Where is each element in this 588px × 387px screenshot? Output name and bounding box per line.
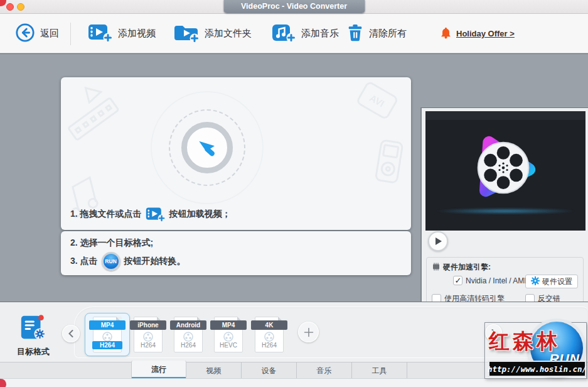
add-music-button[interactable]: 添加音乐 (271, 14, 339, 53)
plus-icon (304, 327, 314, 337)
format-card-iphone-h264[interactable]: iPhone H264 (129, 317, 167, 352)
videoproc-window: VideoProc - Video Converter 返回 (0, 0, 588, 387)
format-container-badge: MP4 (210, 320, 247, 330)
clear-all-button[interactable]: 清除所有 (346, 14, 407, 53)
play-preview-button[interactable] (428, 231, 448, 251)
format-card-mp4-h264[interactable]: MP4 H264 (88, 317, 126, 352)
format-container-badge: 4K (251, 320, 287, 330)
add-video-mini-icon (146, 206, 166, 222)
format-codec-badge: H264 (136, 342, 161, 349)
film-reel-icon (142, 332, 154, 342)
tab-music[interactable]: 音乐 (297, 362, 352, 379)
close-window-button[interactable] (6, 3, 14, 11)
drop-target-circle[interactable] (151, 91, 264, 204)
watermark-corner-mark-top (0, 0, 6, 6)
back-label: 返回 (40, 28, 59, 40)
avi-decor-label: AVI (368, 92, 386, 109)
drop-zone-card: AVI (61, 77, 411, 230)
target-format-button[interactable]: 目标格式 (10, 312, 56, 357)
gpu-checkbox[interactable] (453, 276, 462, 285)
window-title: VideoProc - Video Converter (223, 0, 365, 13)
hardware-settings-button[interactable]: 硬件设置 (525, 275, 578, 288)
format-container-badge: Android (170, 320, 206, 330)
step1-instruction: 1. 拖拽文件或点击 按钮加载视频； (70, 206, 231, 222)
minimize-window-button[interactable] (17, 3, 24, 11)
main-stage: AVI (0, 53, 588, 302)
titlebar: VideoProc - Video Converter (0, 0, 588, 14)
gpu-label: Nvidia / Intel / AMD (466, 276, 530, 285)
tab-label: 视频 (206, 366, 222, 376)
tab-popular[interactable]: 流行 (131, 361, 186, 379)
tab-tools[interactable]: 工具 (352, 362, 407, 379)
format-card-android-h264[interactable]: Android H264 (169, 317, 207, 352)
tab-label: 设备 (262, 366, 277, 376)
format-codec-badge: HEVC (216, 342, 241, 349)
gear-icon (531, 276, 540, 287)
add-video-label: 添加视频 (118, 28, 156, 40)
film-reel-icon (263, 332, 275, 342)
tab-label: 流行 (151, 364, 166, 375)
format-container-badge: iPhone (130, 320, 166, 330)
toolbar-divider (70, 23, 71, 45)
toolbar: 返回 添加视频 (0, 14, 588, 53)
step2-instruction: 2. 选择一个目标格式; (70, 237, 153, 249)
step1-suffix: 按钮加载视频； (169, 209, 231, 220)
film-reel-icon (222, 332, 235, 342)
file-icon: Android H264 (174, 317, 203, 352)
gpu-option: Nvidia / Intel / AMD (453, 276, 530, 285)
add-video-button[interactable]: 添加视频 (88, 14, 156, 53)
video-preview (425, 111, 585, 231)
format-codec-badge: H264 (92, 341, 122, 349)
format-container-badge: MP4 (89, 320, 126, 330)
videoproc-logo (465, 129, 545, 208)
step3-prefix: 3. 点击 (70, 256, 98, 267)
add-music-label: 添加音乐 (301, 28, 339, 40)
bell-icon (441, 26, 451, 41)
add-folder-button[interactable]: 添加文件夹 (173, 14, 252, 53)
preview-top-strip (425, 111, 585, 120)
chip-icon (431, 263, 441, 273)
target-format-icon (19, 312, 48, 341)
run-mini-button-icon: RUN (102, 252, 120, 271)
scroll-formats-left-button[interactable] (62, 325, 80, 342)
step3-instruction: 3. 点击 RUN 按钮开始转换。 (70, 252, 186, 271)
holiday-offer-link[interactable]: Holiday Offer > (441, 14, 515, 53)
add-folder-icon (173, 23, 200, 45)
tab-video[interactable]: 视频 (186, 362, 242, 379)
step1-prefix: 1. 拖拽文件或点击 (70, 209, 142, 220)
format-card-mp4-hevc[interactable]: MP4 HEVC (210, 317, 247, 352)
holiday-offer-label: Holiday Offer > (456, 29, 515, 38)
tab-label: 音乐 (317, 366, 332, 376)
cursor-arrow-icon (195, 136, 219, 160)
clear-all-label: 清除所有 (369, 28, 407, 40)
format-codec-badge: H264 (176, 342, 201, 349)
hardware-title: 硬件加速引擎: (443, 262, 491, 273)
step3-suffix: 按钮开始转换。 (124, 256, 186, 267)
tab-device[interactable]: 设备 (242, 362, 297, 379)
film-reel-icon (182, 332, 195, 342)
back-arrow-icon (15, 23, 35, 45)
chevron-left-icon (68, 330, 73, 337)
film-reel-icon (101, 332, 114, 342)
file-icon: iPhone H264 (134, 317, 163, 352)
add-folder-label: 添加文件夹 (205, 28, 252, 40)
ring-circle (181, 122, 233, 173)
back-button[interactable]: 返回 (15, 14, 59, 53)
hardware-settings-label: 硬件设置 (542, 276, 572, 287)
format-codec-badge: H264 (257, 342, 282, 349)
add-music-icon (271, 23, 296, 45)
hardware-title-row: 硬件加速引擎: (431, 262, 491, 273)
tab-label: 工具 (372, 366, 387, 376)
play-icon (434, 237, 442, 246)
steps-card: 2. 选择一个目标格式; 3. 点击 RUN 按钮开始转换。 (61, 231, 411, 275)
file-icon: MP4 HEVC (214, 317, 243, 352)
format-card-4k-h264[interactable]: 4K H264 (250, 317, 288, 352)
add-video-icon (88, 23, 113, 45)
bottom-strip (0, 378, 588, 387)
trash-icon (346, 23, 364, 45)
add-format-button[interactable] (298, 322, 319, 342)
watermark-url: http://www.hoslin.cn/ (488, 361, 586, 377)
target-format-label: 目标格式 (10, 346, 56, 357)
file-icon: MP4 H264 (93, 317, 122, 352)
file-icon: 4K H264 (255, 317, 284, 352)
